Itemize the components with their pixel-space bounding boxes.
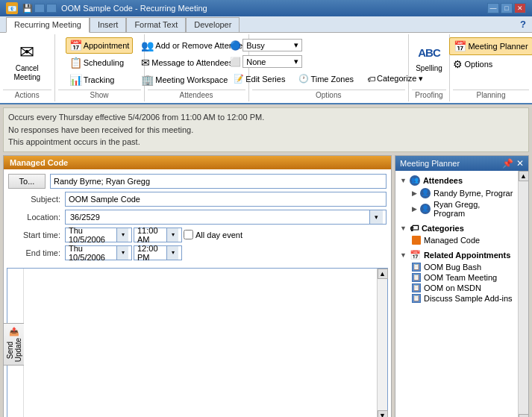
location-arrow[interactable]: ▾ — [369, 210, 383, 224]
planner-scroll-down[interactable]: ▼ — [519, 414, 529, 418]
end-time-arrow[interactable]: ▾ — [166, 246, 178, 260]
location-value: 36/2529 — [69, 212, 369, 222]
categories-group-icon: 🏷 — [410, 223, 419, 233]
appointment-button[interactable]: 📅 Appointment — [66, 37, 134, 54]
start-time-controls: Thu 10/5/2006 ▾ 11:00 AM ▾ All day event — [65, 228, 242, 242]
scheduling-button[interactable]: 📋 Scheduling — [66, 54, 128, 71]
planner-close-icon[interactable]: ✕ — [516, 158, 524, 169]
categories-list: Managed Code — [398, 235, 515, 245]
info-line1: Occurs every Thursday effective 5/4/2006… — [8, 111, 524, 124]
info-line3: This appointment occurs in the past. — [8, 136, 524, 148]
start-time-input[interactable]: 11:00 AM ▾ — [134, 228, 182, 242]
location-dropdown[interactable]: 36/2529 ▾ — [65, 210, 387, 225]
cancel-meeting-button[interactable]: ✉ Cancel Meeting — [4, 37, 50, 85]
start-date-input[interactable]: Thu 10/5/2006 ▾ — [65, 228, 132, 242]
managed-code-header: Managed Code — [4, 156, 391, 169]
end-time-controls: Thu 10/5/2006 ▾ 12:00 PM ▾ — [65, 245, 182, 260]
send-update-label: SendUpdate — [6, 338, 22, 362]
start-date-arrow[interactable]: ▾ — [116, 228, 128, 242]
scroll-down-button[interactable]: ▼ — [378, 410, 388, 418]
tab-format-text[interactable]: Format Text — [126, 17, 186, 32]
attendees-section-title: Attendees — [423, 176, 463, 185]
end-time-row: End time: Thu 10/5/2006 ▾ 12:00 PM ▾ — [8, 245, 387, 260]
appt-item-1[interactable]: 📋 OOM Team Meeting — [410, 272, 515, 283]
help-button[interactable]: ? — [514, 16, 532, 32]
appt-item-2[interactable]: 📋 OOM on MSDN — [410, 283, 515, 293]
actions-label: Actions — [3, 90, 51, 100]
to-button[interactable]: To... — [8, 174, 46, 189]
related-appointments-section: ▼ 📅 Related Appointments 📋 OOM Bug Bash … — [398, 248, 515, 304]
time-zones-button[interactable]: 🕐 Time Zones — [295, 72, 357, 86]
attendees-section: ▼ 👥 Attendees ▶ 👤 Randy Byrne, Prograr ▶… — [398, 174, 515, 219]
window-title: OOM Sample Code - Recurring Meeting — [61, 4, 207, 13]
category-icon-0 — [412, 236, 421, 245]
subject-field[interactable] — [65, 192, 387, 207]
quick-access-save[interactable]: 💾 — [22, 4, 33, 13]
quick-access-redo[interactable] — [46, 4, 57, 13]
attendees-label: Attendees — [148, 90, 245, 100]
attendee-item-1[interactable]: ▶ 👤 Ryan Gregg, Program — [410, 199, 515, 219]
planner-scrollbar: ▲ ▼ — [518, 171, 528, 418]
category-name-0: Managed Code — [424, 236, 480, 245]
quick-access-undo[interactable] — [34, 4, 45, 13]
proofing-content: ABC Spelling — [410, 36, 448, 90]
attendee-item-0[interactable]: ▶ 👤 Randy Byrne, Prograr — [410, 187, 515, 199]
scroll-up-button[interactable]: ▲ — [378, 269, 388, 279]
ribbon-group-proofing: ABC Spelling Proofing — [409, 34, 450, 101]
tab-insert[interactable]: Insert — [90, 17, 127, 32]
maximize-button[interactable]: □ — [501, 3, 513, 13]
to-field[interactable] — [50, 174, 387, 189]
note-textarea[interactable] — [24, 269, 377, 418]
related-appointments-label[interactable]: ▼ 📅 Related Appointments — [398, 248, 515, 262]
subject-label: Subject: — [8, 195, 60, 204]
appointment-label: Appointment — [84, 41, 130, 50]
planner-scroll-up[interactable]: ▲ — [519, 171, 529, 181]
busy-dropdown[interactable]: Busy▾ — [242, 39, 302, 51]
edit-series-button[interactable]: 📝 Edit Series — [230, 72, 289, 86]
spelling-button[interactable]: ABC Spelling — [411, 37, 447, 76]
meeting-workspace-button[interactable]: 🏢 Meeting Workspace — [137, 72, 231, 88]
location-label: Location: — [8, 213, 60, 222]
start-time-arrow[interactable]: ▾ — [166, 228, 178, 242]
categories-section-label[interactable]: ▼ 🏷 Categories — [398, 222, 515, 235]
appt-name-3: Discuss Sample Add-ins — [424, 294, 513, 303]
appt-icon-2: 📋 — [412, 283, 421, 292]
appointment-icon: 📅 — [69, 40, 82, 51]
appt-item-0[interactable]: 📋 OOM Bug Bash — [410, 262, 515, 272]
tab-developer[interactable]: Developer — [186, 17, 240, 32]
to-row: To... — [8, 174, 387, 189]
app-icon: 📧 — [6, 2, 18, 14]
none-dropdown[interactable]: None▾ — [242, 55, 302, 68]
none-row: ⬜ None▾ — [228, 54, 304, 69]
scheduling-label: Scheduling — [84, 58, 124, 67]
ribbon-group-actions: ✉ Cancel Meeting Actions — [0, 34, 55, 101]
show-label: Show — [58, 90, 141, 100]
all-day-checkbox[interactable] — [184, 230, 193, 239]
end-date-arrow[interactable]: ▾ — [116, 246, 128, 260]
category-item-0[interactable]: Managed Code — [410, 235, 515, 245]
planner-options-button[interactable]: ⚙ Options — [449, 56, 496, 72]
all-day-label: All day event — [195, 231, 242, 239]
start-time-value: 11:00 AM — [137, 226, 166, 244]
close-button[interactable]: ✕ — [514, 3, 526, 13]
minimize-button[interactable]: — — [487, 3, 499, 13]
send-update-button[interactable]: 📤 SendUpdate — [3, 323, 25, 366]
edit-series-icon: 📝 — [234, 74, 244, 84]
options-label: Options — [252, 90, 405, 100]
note-container: 📤 SendUpdate ▲ ▼ — [7, 268, 388, 418]
end-time-input[interactable]: 12:00 PM ▾ — [134, 245, 182, 260]
ribbon: ✉ Cancel Meeting Actions 📅 Appointment 📋… — [0, 33, 532, 104]
attendee-expand-0: ▶ — [412, 189, 417, 197]
related-expand-icon: ▼ — [400, 251, 407, 259]
send-update-icon: 📤 — [9, 327, 19, 336]
meeting-planner-button[interactable]: 📅 Meeting Planner — [449, 37, 532, 55]
appt-item-3[interactable]: 📋 Discuss Sample Add-ins — [410, 293, 515, 304]
tracking-button[interactable]: 📊 Tracking — [66, 72, 119, 88]
planner-pin-icon[interactable]: 📌 — [502, 158, 513, 169]
attendees-section-label[interactable]: ▼ 👥 Attendees — [398, 174, 515, 187]
send-update-area: 📤 SendUpdate — [7, 269, 24, 418]
end-date-input[interactable]: Thu 10/5/2006 ▾ — [65, 245, 132, 260]
tab-recurring-meeting[interactable]: Recurring Meeting — [6, 17, 90, 33]
related-appointments-list: 📋 OOM Bug Bash 📋 OOM Team Meeting 📋 OOM … — [398, 262, 515, 304]
planner-title: Meeting Planner — [400, 159, 460, 168]
